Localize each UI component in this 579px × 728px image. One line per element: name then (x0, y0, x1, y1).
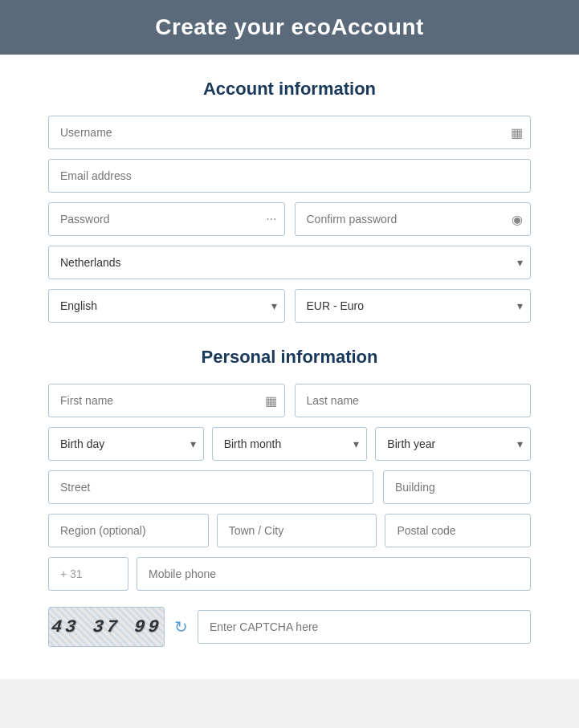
captcha-row: 43 37 99 ↻ (48, 607, 531, 647)
password-input[interactable] (48, 202, 285, 236)
last-name-wrapper (295, 384, 532, 417)
first-name-wrapper: ▦ (48, 384, 285, 417)
country-select[interactable]: Netherlands Germany France United Kingdo… (48, 246, 531, 279)
language-select[interactable]: English Dutch German (48, 289, 285, 323)
captcha-image: 43 37 99 (48, 607, 165, 647)
account-section-title: Account information (48, 79, 531, 100)
page-title: Create your ecoAccount (16, 14, 563, 40)
birth-year-select[interactable]: Birth year 200019991998 (375, 427, 531, 461)
language-wrapper: English Dutch German ▾ (48, 289, 285, 323)
page-header: Create your ecoAccount (0, 0, 579, 55)
building-wrapper (383, 470, 531, 504)
password-row: ··· ◉ (48, 202, 531, 236)
town-wrapper (217, 514, 377, 547)
form-container: Account information ▦ ··· ◉ (0, 55, 579, 679)
birth-day-select[interactable]: Birth day 123 (48, 427, 204, 461)
phone-code-input[interactable] (48, 557, 128, 591)
language-currency-row: English Dutch German ▾ EUR - Euro USD - … (48, 289, 531, 323)
birth-row: Birth day 123 ▾ Birth month JanuaryFebru… (48, 427, 531, 461)
phone-code-wrapper (48, 557, 128, 591)
email-row (48, 159, 531, 193)
captcha-input[interactable] (198, 610, 531, 644)
username-wrapper: ▦ (48, 116, 531, 149)
phone-row (48, 557, 531, 591)
region-town-postal-row (48, 514, 531, 547)
birth-month-wrapper: Birth month JanuaryFebruaryMarch ▾ (212, 427, 368, 461)
password-wrapper: ··· (48, 202, 285, 236)
mobile-phone-input[interactable] (137, 557, 531, 591)
phone-number-wrapper (137, 557, 531, 591)
postal-wrapper (385, 514, 531, 547)
captcha-refresh-button[interactable]: ↻ (174, 617, 188, 636)
username-input[interactable] (48, 116, 531, 149)
region-input[interactable] (48, 514, 209, 547)
town-input[interactable] (217, 514, 377, 547)
birth-month-select[interactable]: Birth month JanuaryFebruaryMarch (212, 427, 368, 461)
birth-year-wrapper: Birth year 200019991998 ▾ (375, 427, 531, 461)
street-input[interactable] (48, 470, 373, 504)
street-wrapper (48, 470, 373, 504)
building-input[interactable] (383, 470, 531, 504)
region-wrapper (48, 514, 209, 547)
captcha-input-wrapper (198, 610, 531, 644)
username-row: ▦ (48, 116, 531, 149)
first-name-input[interactable] (48, 384, 285, 417)
currency-select[interactable]: EUR - Euro USD - Dollar GBP - Pound (295, 289, 532, 323)
personal-section-title: Personal information (48, 347, 531, 368)
captcha-text: 43 37 99 (51, 617, 163, 637)
birth-day-wrapper: Birth day 123 ▾ (48, 427, 204, 461)
currency-wrapper: EUR - Euro USD - Dollar GBP - Pound ▾ (295, 289, 532, 323)
confirm-password-wrapper: ◉ (295, 202, 532, 236)
email-wrapper (48, 159, 531, 193)
country-wrapper: Netherlands Germany France United Kingdo… (48, 246, 531, 279)
name-row: ▦ (48, 384, 531, 417)
last-name-input[interactable] (295, 384, 532, 417)
page-container: Create your ecoAccount Account informati… (0, 0, 579, 679)
postal-input[interactable] (385, 514, 531, 547)
email-input[interactable] (48, 159, 531, 193)
country-row: Netherlands Germany France United Kingdo… (48, 246, 531, 279)
confirm-password-input[interactable] (295, 202, 532, 236)
street-building-row (48, 470, 531, 504)
